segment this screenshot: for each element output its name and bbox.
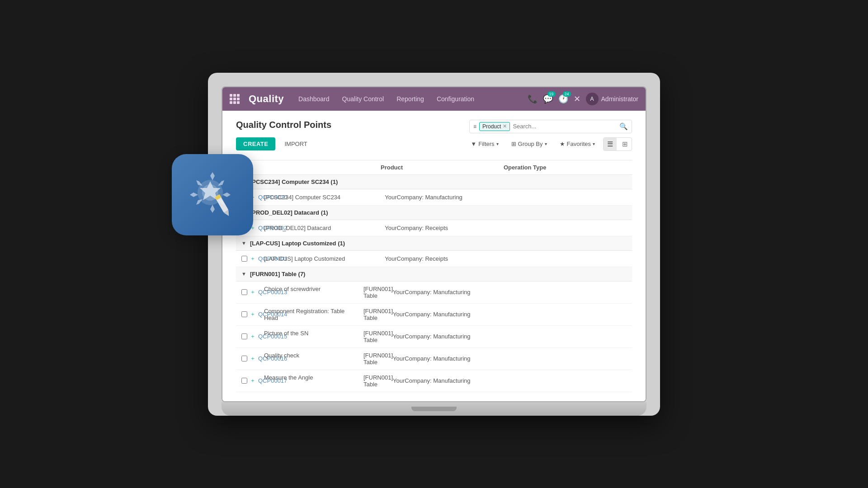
menu-dashboard[interactable]: Dashboard	[293, 93, 335, 105]
row-op-type-3-0: YourCompany: Manufacturing	[393, 289, 509, 296]
row-checkbox-3-4[interactable]	[241, 377, 247, 384]
group-row-0[interactable]: ▼ [PCSC234] Computer SC234 (1)	[236, 175, 632, 189]
table-row: ＋ QCP00014 Component Registration: Table…	[236, 304, 632, 326]
row-checkbox-3-2[interactable]	[241, 333, 247, 340]
import-button[interactable]: IMPORT	[281, 137, 311, 150]
navbar: Quality Dashboard Quality Control Report…	[222, 87, 646, 111]
search-input[interactable]	[513, 123, 617, 130]
group-row-1[interactable]: ▼ [PROD_DEL02] Datacard (1)	[236, 206, 632, 220]
close-icon-btn[interactable]: ✕	[574, 94, 580, 104]
row-product-3-0: [FURN001] Table	[363, 286, 393, 299]
navbar-right: 📞 💬 19 🕐 24 ✕ A Administrator	[528, 93, 638, 105]
filter-icon: ≡	[473, 123, 476, 130]
filters-arrow-icon: ▾	[496, 141, 499, 146]
user-menu[interactable]: A Administrator	[586, 93, 638, 105]
filters-label: Filters	[478, 141, 494, 147]
table-row: ＋ QCP00016 Quality check [FURN001] Table…	[236, 348, 632, 370]
create-button[interactable]: CREATE	[236, 137, 275, 150]
app-brand: Quality	[249, 93, 284, 105]
group-icon: ⊞	[511, 141, 516, 147]
filter-tag-close[interactable]: ✕	[503, 123, 507, 129]
row-product-3-3: [FURN001] Table	[363, 352, 393, 366]
row-add-icon-3-2[interactable]: ＋	[250, 333, 255, 340]
search-bar: ≡ Product ✕ 🔍	[469, 120, 632, 133]
row-op-type-3-4: YourCompany: Manufacturing	[393, 377, 509, 384]
laptop-notch	[411, 407, 457, 411]
search-submit-icon[interactable]: 🔍	[619, 122, 628, 131]
group-label-0: [PCSC234] Computer SC234 (1)	[250, 178, 338, 185]
row-name-3-3: Quality check	[264, 352, 354, 366]
row-checkbox-3-3[interactable]	[241, 355, 247, 362]
group-label-2: [LAP-CUS] Laptop Customized (1)	[250, 240, 345, 247]
search-filter-tag[interactable]: Product ✕	[479, 122, 510, 131]
navbar-menu: Dashboard Quality Control Reporting Conf…	[293, 93, 518, 105]
table-row: ＋ QCP00001 [LAP-CUS] Laptop Customized Y…	[236, 251, 632, 267]
grid-menu-icon[interactable]	[230, 94, 240, 104]
group-arrow-3: ▼	[241, 271, 246, 277]
row-add-icon-3-0[interactable]: ＋	[250, 288, 255, 296]
main-content: Quality Control Points ≡ Product ✕ 🔍 CRE…	[222, 111, 646, 401]
row-name-3-2: Picture of the SN	[264, 330, 354, 343]
table-row: ＋ QCP00020 [PCSC234] Computer SC234 Your…	[236, 189, 632, 206]
group-by-button[interactable]: ⊞ Group By ▾	[509, 139, 550, 149]
group-label-3: [FURN001] Table (7)	[250, 271, 306, 277]
table-header: Product Operation Type	[236, 160, 632, 175]
user-avatar: A	[586, 93, 599, 105]
row-product-2-0: [LAP-CUS] Laptop Customized	[264, 255, 385, 262]
menu-quality-control[interactable]: Quality Control	[337, 93, 390, 105]
table-row: ＋ QCP00013 Choice of screwdriver [FURN00…	[236, 282, 632, 304]
header-operation-type: Operation Type	[504, 164, 627, 171]
menu-reporting[interactable]: Reporting	[391, 93, 429, 105]
row-add-icon-2-0[interactable]: ＋	[250, 255, 255, 263]
laptop-base	[222, 402, 646, 416]
row-checkbox-2-0[interactable]	[241, 255, 247, 262]
row-add-icon-3-4[interactable]: ＋	[250, 377, 255, 385]
filter-tag-label: Product	[482, 123, 501, 130]
phone-icon-btn[interactable]: 📞	[528, 94, 538, 104]
list-view-button[interactable]: ☰	[604, 138, 617, 150]
group-row-2[interactable]: ▼ [LAP-CUS] Laptop Customized (1)	[236, 236, 632, 251]
group-label-1: [PROD_DEL02] Datacard (1)	[250, 209, 328, 216]
row-op-type-3-1: YourCompany: Manufacturing	[393, 311, 509, 318]
table-row: ＋ QCP00015 Picture of the SN [FURN001] T…	[236, 326, 632, 348]
menu-configuration[interactable]: Configuration	[431, 93, 480, 105]
action-bar: CREATE IMPORT ▼ Filters ▾ ⊞ Group By ▾	[236, 137, 632, 151]
filters-button[interactable]: ▼ Filters ▾	[468, 139, 501, 149]
favorites-button[interactable]: ★ Favorites ▾	[557, 139, 598, 149]
table-row: ＋ QCP00002 [PROD_DEL02] Datacard YourCom…	[236, 220, 632, 236]
row-checkbox-3-0[interactable]	[241, 289, 247, 296]
group-arrow-2: ▼	[241, 240, 246, 246]
row-product-0-0: [PCSC234] Computer SC234	[264, 194, 385, 201]
grid-view-button[interactable]: ⊞	[618, 138, 632, 150]
row-name-3-1: Component Registration: Table Head	[264, 308, 354, 321]
phone-icon: 📞	[528, 94, 538, 104]
row-op-type-1-0: YourCompany: Receipts	[385, 225, 505, 231]
row-checkbox-3-1[interactable]	[241, 311, 247, 318]
chat-badge: 19	[547, 91, 556, 97]
row-op-type-3-2: YourCompany: Manufacturing	[393, 333, 509, 340]
activity-badge: 24	[563, 91, 571, 97]
favorites-label: Favorites	[567, 141, 591, 147]
activity-icon-btn[interactable]: 🕐 24	[558, 94, 568, 104]
row-op-type-2-0: YourCompany: Receipts	[385, 255, 505, 262]
filter-buttons: ▼ Filters ▾ ⊞ Group By ▾ ★ Favorites	[468, 139, 598, 149]
table-row: ＋ QCP00017 Measure the Angle [FURN001] T…	[236, 370, 632, 392]
row-name-3-0: Choice of screwdriver	[264, 286, 354, 299]
chat-icon-btn[interactable]: 💬 19	[543, 94, 553, 104]
row-name-3-4: Measure the Angle	[264, 374, 354, 388]
row-op-type-3-3: YourCompany: Manufacturing	[393, 355, 509, 362]
favorites-arrow-icon: ▾	[593, 141, 595, 146]
app-icon	[172, 154, 253, 235]
group-by-arrow-icon: ▾	[545, 141, 547, 146]
laptop-frame: Quality Dashboard Quality Control Report…	[208, 73, 660, 416]
row-product-1-0: [PROD_DEL02] Datacard	[264, 225, 385, 231]
row-add-icon-3-1[interactable]: ＋	[250, 310, 255, 318]
row-op-type-0-0: YourCompany: Manufacturing	[385, 194, 505, 201]
laptop-screen: Quality Dashboard Quality Control Report…	[222, 86, 646, 402]
user-name: Administrator	[601, 95, 638, 103]
header-empty	[263, 164, 381, 171]
row-add-icon-3-3[interactable]: ＋	[250, 355, 255, 362]
group-row-3[interactable]: ▼ [FURN001] Table (7)	[236, 267, 632, 282]
group-by-label: Group By	[518, 141, 543, 147]
view-toggle: ☰ ⊞	[603, 137, 632, 151]
